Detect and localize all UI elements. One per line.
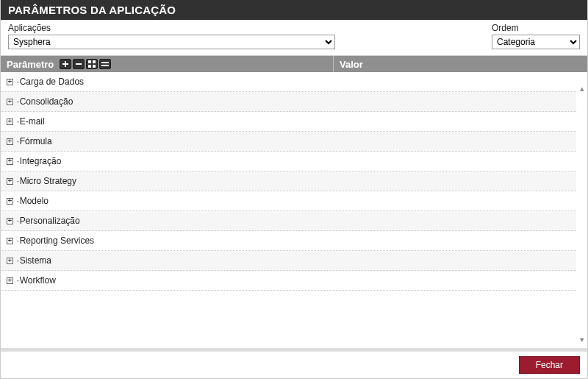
dialog-title: PARÂMETROS DA APLICAÇÃO <box>1 0 587 20</box>
table-row[interactable]: +··Micro Strategy <box>1 171 576 191</box>
expand-icon[interactable]: + <box>7 238 13 244</box>
close-button[interactable]: Fechar <box>519 356 580 374</box>
table-row[interactable]: +··Sistema <box>1 251 576 271</box>
expand-icon[interactable]: + <box>7 158 13 165</box>
dialog-footer: Fechar <box>1 351 587 378</box>
expand-icon[interactable]: + <box>7 258 13 264</box>
tree-connector-icon: ·· <box>16 136 18 146</box>
tree-connector-icon: ·· <box>16 196 18 206</box>
tree-collapse-icon[interactable] <box>99 59 111 69</box>
table-row[interactable]: +··Integração <box>1 152 576 171</box>
order-label: Ordem <box>492 23 580 33</box>
column-header-parameter-label: Parâmetro <box>7 59 54 70</box>
svg-rect-5 <box>101 65 109 66</box>
grid-toolbar <box>60 59 111 69</box>
table-row[interactable]: +··Personalização <box>1 211 576 231</box>
table-row[interactable]: +··Consolidação <box>1 92 576 112</box>
tree-connector-icon: ·· <box>16 156 18 166</box>
tree-connector-icon: ·· <box>16 275 18 286</box>
column-header-value-label: Valor <box>340 59 363 70</box>
table-row[interactable]: +··Reporting Services <box>1 231 576 251</box>
parameters-grid: Parâmetro Valor <box>1 55 587 348</box>
tree-connector-icon: ·· <box>16 255 18 266</box>
grid-rows: +··Carga de Dados+··Consolidação+··E-mai… <box>1 72 576 291</box>
table-row[interactable]: +··Workflow <box>1 271 576 291</box>
row-label: Reporting Services <box>20 235 94 246</box>
dialog-window: PARÂMETROS DA APLICAÇÃO Aplicações Sysph… <box>0 0 588 379</box>
row-label: Personalização <box>20 216 80 226</box>
applications-select[interactable]: Sysphera <box>8 35 335 49</box>
order-group: Ordem Categoria <box>492 23 580 49</box>
row-label: Integração <box>20 156 62 166</box>
column-header-parameter[interactable]: Parâmetro <box>1 56 333 72</box>
tree-connector-icon: ·· <box>16 176 18 186</box>
collapse-all-minus-icon[interactable] <box>73 59 85 69</box>
row-label: E-mail <box>20 116 45 127</box>
applications-group: Aplicações Sysphera <box>8 23 462 49</box>
table-row[interactable]: +··Fórmula <box>1 132 576 152</box>
svg-rect-4 <box>101 62 109 63</box>
row-label: Consolidação <box>20 96 74 107</box>
applications-label: Aplicações <box>8 23 462 33</box>
svg-rect-3 <box>93 65 96 68</box>
row-label: Modelo <box>20 196 49 206</box>
row-label: Sistema <box>20 255 51 266</box>
grid-body: +··Carga de Dados+··Consolidação+··E-mai… <box>1 72 587 348</box>
tree-expand-icon[interactable] <box>86 59 98 69</box>
expand-icon[interactable]: + <box>7 178 13 185</box>
expand-all-plus-icon[interactable] <box>60 59 71 69</box>
row-label: Micro Strategy <box>20 176 76 186</box>
expand-icon[interactable]: + <box>7 118 13 125</box>
svg-rect-2 <box>88 65 91 68</box>
column-header-value[interactable]: Valor <box>333 56 587 72</box>
grid-header: Parâmetro Valor <box>1 56 587 72</box>
tree-connector-icon: ·· <box>16 77 18 87</box>
svg-rect-0 <box>88 60 91 63</box>
expand-icon[interactable]: + <box>7 218 13 224</box>
row-label: Carga de Dados <box>20 77 84 87</box>
tree-connector-icon: ·· <box>16 116 18 127</box>
table-row[interactable]: +··Carga de Dados <box>1 72 576 92</box>
order-select[interactable]: Categoria <box>492 35 580 49</box>
expand-icon[interactable]: + <box>7 198 13 205</box>
row-label: Fórmula <box>20 136 52 146</box>
expand-icon[interactable]: + <box>7 79 13 85</box>
scroll-up-icon[interactable]: ▴ <box>576 83 587 94</box>
row-label: Workflow <box>20 275 56 286</box>
svg-rect-1 <box>93 60 96 63</box>
table-row[interactable]: +··E-mail <box>1 112 576 132</box>
tree-connector-icon: ·· <box>16 235 18 246</box>
tree-connector-icon: ·· <box>16 96 18 107</box>
expand-icon[interactable]: + <box>7 99 13 105</box>
table-row[interactable]: +··Modelo <box>1 191 576 211</box>
scroll-down-icon[interactable]: ▾ <box>576 334 587 345</box>
expand-icon[interactable]: + <box>7 277 13 284</box>
tree-connector-icon: ·· <box>16 216 18 226</box>
filter-bar: Aplicações Sysphera Ordem Categoria <box>1 20 587 55</box>
expand-icon[interactable]: + <box>7 138 13 145</box>
